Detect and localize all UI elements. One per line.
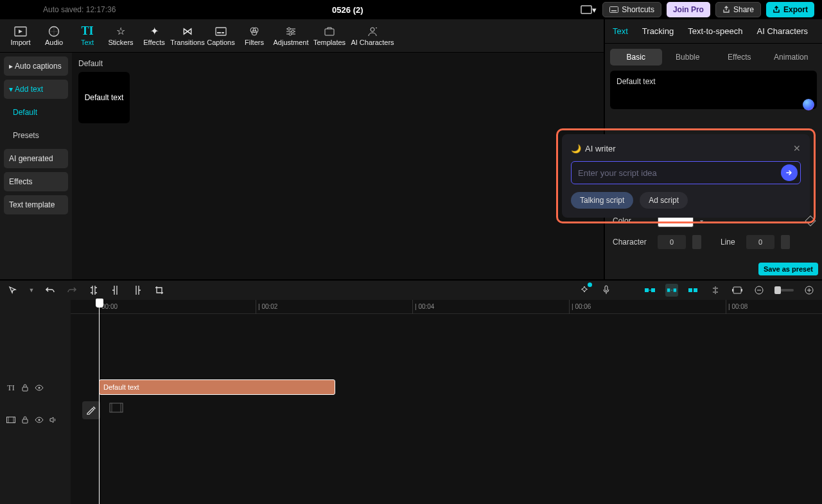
tool-text[interactable]: TIText [71, 21, 104, 51]
stickers-icon: ☆ [116, 26, 125, 37]
ai-orb-icon[interactable] [803, 99, 814, 110]
tool-ai-characters[interactable]: AI Characters [348, 21, 397, 51]
text-icon: TI [81, 26, 93, 37]
ai-submit-button[interactable] [781, 164, 798, 181]
chip-ad-script[interactable]: Ad script [640, 192, 688, 209]
aspect-ratio-icon[interactable]: ▾ [579, 3, 597, 17]
rtab-tracking[interactable]: Tracking [642, 26, 674, 36]
snap-toggle-2[interactable] [665, 284, 678, 297]
svg-rect-18 [651, 288, 655, 292]
svg-rect-14 [325, 29, 334, 35]
tool-filters[interactable]: Filters [238, 21, 271, 51]
rtab-text[interactable]: Text [613, 26, 628, 36]
ai-writer-close-button[interactable]: ✕ [793, 143, 801, 153]
svg-point-29 [39, 387, 40, 389]
effects-icon: ✦ [150, 26, 159, 37]
nav-add-text[interactable]: ▾Add text [4, 80, 68, 99]
zoom-out-button[interactable] [753, 284, 765, 297]
text-side-nav: ▸Auto captions ▾Add text Default Presets… [0, 53, 72, 279]
nav-auto-captions[interactable]: ▸Auto captions [4, 56, 68, 76]
svg-rect-30 [7, 417, 15, 423]
svg-rect-31 [22, 419, 28, 423]
text-track-header: TI [0, 372, 71, 404]
zoom-slider[interactable] [774, 289, 794, 291]
track-mute-icon[interactable] [49, 415, 58, 424]
rtab-tts[interactable]: Text-to-speech [688, 26, 742, 36]
save-as-preset-button[interactable]: Save as preset [758, 263, 818, 275]
ai-writer-title: AI writer [585, 144, 616, 153]
trim-left-tool[interactable] [109, 284, 122, 297]
track-visibility-icon[interactable] [35, 383, 44, 392]
crop-tool[interactable] [153, 284, 166, 297]
tool-transitions[interactable]: ⋈Transitions [171, 21, 204, 51]
svg-rect-23 [733, 287, 741, 293]
timeline-ruler[interactable]: 00:00 | 00:02 | 00:04 | 00:06 | 00:08 [71, 300, 822, 314]
transitions-icon: ⋈ [182, 26, 193, 37]
pointer-tool[interactable] [6, 284, 19, 297]
tool-stickers[interactable]: ☆Stickers [104, 21, 137, 51]
empty-media-slot[interactable] [109, 403, 123, 413]
track-video-icon [6, 415, 15, 424]
svg-rect-25 [741, 289, 742, 291]
character-stepper[interactable] [692, 235, 701, 249]
line-value[interactable]: 0 [746, 235, 774, 249]
character-value[interactable]: 0 [658, 235, 686, 249]
ai-script-input-wrap [571, 161, 801, 184]
filters-icon [249, 26, 259, 37]
subtab-animation[interactable]: Animation [765, 49, 818, 65]
shortcuts-button[interactable]: Shortcuts [602, 2, 661, 17]
subtab-basic[interactable]: Basic [610, 49, 662, 65]
tool-captions[interactable]: Captions [204, 21, 238, 51]
redo-button[interactable] [66, 284, 78, 297]
line-stepper[interactable] [781, 235, 790, 249]
project-title: 0526 (2) [116, 5, 579, 15]
nav-presets[interactable]: Presets [4, 126, 68, 145]
tool-templates[interactable]: Templates [311, 21, 348, 51]
magic-tool[interactable] [578, 284, 591, 297]
zoom-in-button[interactable] [803, 284, 816, 297]
ai-writer-highlight-frame: 🌙 AI writer ✕ Talking script Ad script [556, 128, 816, 223]
nav-ai-generated[interactable]: AI generated [4, 149, 68, 168]
tool-import[interactable]: Import [4, 21, 37, 51]
trim-right-tool[interactable] [131, 284, 144, 297]
snap-toggle-1[interactable] [643, 284, 656, 297]
subtab-effects[interactable]: Effects [713, 49, 765, 65]
nav-text-template[interactable]: Text template [4, 195, 68, 214]
tool-effects[interactable]: ✦Effects [137, 21, 171, 51]
svg-rect-5 [216, 28, 226, 35]
export-button[interactable]: Export [766, 2, 814, 17]
track-visibility-icon-2[interactable] [35, 415, 44, 424]
snap-toggle-3[interactable] [687, 284, 700, 297]
rtab-ai-characters[interactable]: AI Characters [756, 26, 807, 36]
subtab-bubble[interactable]: Bubble [662, 49, 714, 65]
pointer-dropdown[interactable]: ▼ [28, 284, 35, 297]
canvas-heading: Default [78, 59, 597, 68]
svg-rect-24 [732, 289, 733, 291]
ai-script-input[interactable] [578, 168, 781, 178]
svg-rect-1 [610, 7, 618, 13]
media-toolbar: Import Audio TIText ☆Stickers ✦Effects ⋈… [0, 19, 604, 53]
align-tool[interactable] [709, 284, 722, 297]
chip-talking-script[interactable]: Talking script [571, 192, 633, 209]
tool-adjustment[interactable]: Adjustment [271, 21, 311, 51]
track-lock-icon[interactable] [21, 383, 30, 392]
join-pro-button[interactable]: Join Pro [667, 2, 710, 17]
arrow-right-icon [785, 169, 793, 177]
preview-tool[interactable] [731, 284, 744, 297]
text-content-box[interactable]: Default text [610, 71, 817, 109]
voiceover-tool[interactable] [600, 284, 613, 297]
undo-button[interactable] [44, 284, 57, 297]
track-effects-button[interactable] [82, 401, 100, 419]
default-text-thumb[interactable]: Default text [78, 72, 130, 123]
svg-rect-2 [611, 10, 616, 12]
timeline-toolbar: ▼ [0, 279, 822, 300]
share-button[interactable]: Share [715, 2, 761, 17]
nav-default[interactable]: Default [4, 103, 68, 122]
tool-audio[interactable]: Audio [37, 21, 71, 51]
nav-effects[interactable]: Effects [4, 172, 68, 191]
playhead[interactable] [99, 300, 100, 504]
track-lock-icon-2[interactable] [21, 415, 30, 424]
timeline: TI 00:00 | 00:02 | 00:04 | 00:06 | 00:08 [0, 300, 822, 504]
text-clip[interactable]: Default text [99, 379, 335, 395]
split-tool[interactable] [87, 284, 100, 297]
